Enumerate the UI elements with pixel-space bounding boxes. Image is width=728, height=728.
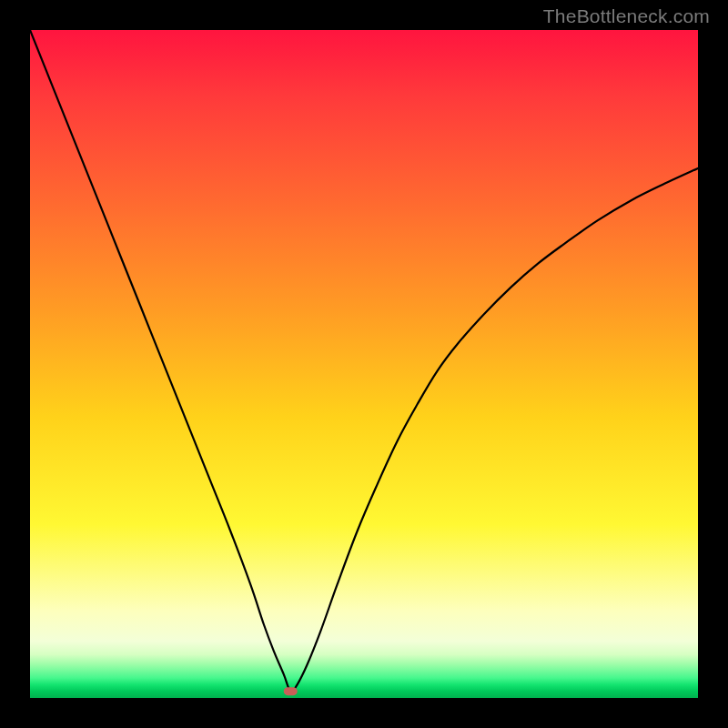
- watermark-text: TheBottleneck.com: [543, 5, 710, 27]
- plot-area: [30, 30, 698, 698]
- gradient-background: [30, 30, 698, 698]
- chart-frame: TheBottleneck.com: [0, 0, 728, 728]
